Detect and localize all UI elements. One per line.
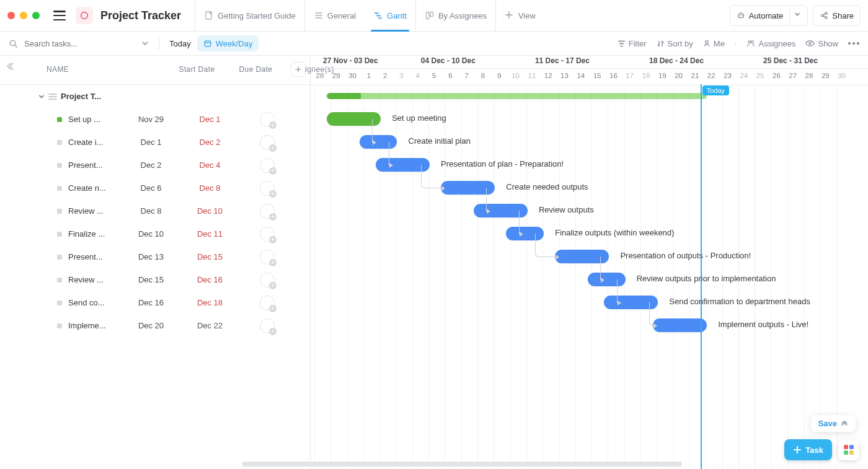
plus-icon [793, 445, 802, 454]
status-icon[interactable] [57, 232, 62, 237]
show-button[interactable]: Show [805, 39, 838, 48]
show-label: Show [818, 39, 838, 48]
assignees-filter[interactable]: Assignees [746, 39, 795, 48]
maximize-window-icon[interactable] [32, 12, 40, 19]
task-row[interactable]: Present...Dec 13Dec 15 [0, 245, 310, 268]
search-input[interactable] [23, 38, 112, 49]
add-assignee-icon[interactable] [260, 112, 275, 127]
start-date: Dec 15 [122, 275, 180, 284]
search-box[interactable] [9, 38, 133, 49]
gantt-bar[interactable] [588, 273, 626, 286]
robot-icon [737, 11, 745, 20]
gantt-bar[interactable] [555, 250, 609, 263]
status-icon[interactable] [57, 278, 62, 283]
tab-general[interactable]: General [304, 0, 365, 31]
filter-button[interactable]: Filter [618, 39, 647, 48]
col-start-date[interactable]: Start Date [167, 65, 226, 74]
task-row[interactable]: Finalize ...Dec 10Dec 11 [0, 222, 310, 245]
save-button[interactable]: Save [811, 415, 856, 432]
zoom-selector[interactable]: Week/Day [197, 35, 259, 51]
group-row[interactable]: Project T... [0, 85, 310, 108]
task-row[interactable]: Present...Dec 2Dec 4 [0, 154, 310, 177]
status-icon[interactable] [57, 163, 62, 168]
me-filter[interactable]: Me [703, 39, 725, 48]
gantt-bar-label: Presentation of plan - Preparation! [441, 159, 564, 169]
more-button[interactable] [848, 42, 859, 45]
chevron-down-icon[interactable] [38, 94, 45, 100]
assignee-cell[interactable] [239, 112, 295, 127]
assignee-cell[interactable] [239, 204, 295, 219]
col-name[interactable]: NAME [0, 65, 167, 74]
save-label: Save [818, 419, 837, 428]
assignee-cell[interactable] [239, 318, 295, 333]
status-icon[interactable] [57, 140, 62, 145]
add-view-button[interactable]: View [495, 0, 544, 31]
svg-point-2 [210, 12, 212, 14]
project-title[interactable]: Project Tracker [100, 9, 181, 22]
task-row[interactable]: Review ...Dec 15Dec 16 [0, 268, 310, 291]
automate-button[interactable]: Automate [730, 5, 790, 26]
day-label: 10 [508, 72, 524, 79]
gantt-bar[interactable] [327, 112, 381, 126]
col-due-date[interactable]: Due Date [226, 65, 285, 74]
calendar-icon [203, 39, 212, 48]
today-button[interactable]: Today [169, 39, 191, 48]
automate-dropdown[interactable] [789, 5, 808, 26]
automate-label: Automate [749, 11, 784, 20]
add-assignee-icon[interactable] [260, 296, 275, 310]
task-row[interactable]: Create n...Dec 6Dec 8 [0, 177, 310, 199]
gantt-bar[interactable] [360, 135, 397, 149]
close-window-icon[interactable] [7, 12, 15, 19]
add-assignee-icon[interactable] [260, 250, 275, 265]
gantt-bar[interactable] [441, 181, 495, 195]
add-assignee-icon[interactable] [260, 135, 275, 150]
status-icon[interactable] [57, 117, 62, 122]
share-button[interactable]: Share [813, 5, 861, 26]
day-label: 26 [768, 72, 784, 79]
horizontal-scrollbar[interactable] [242, 462, 682, 467]
main-split: NAME Start Date Due Date Assignee(s) Pro… [0, 55, 868, 469]
task-row[interactable]: Set up ...Nov 29Dec 1 [0, 108, 310, 131]
status-icon[interactable] [57, 323, 62, 328]
status-icon[interactable] [57, 255, 62, 260]
assignee-cell[interactable] [239, 158, 295, 173]
day-label: 11 [524, 72, 540, 79]
assignee-cell[interactable] [239, 135, 295, 150]
status-icon[interactable] [57, 186, 62, 191]
svg-point-13 [825, 17, 828, 19]
tab-getting-started[interactable]: Getting Started Guide [195, 0, 304, 31]
status-icon[interactable] [57, 300, 62, 305]
task-row[interactable]: Impleme...Dec 20Dec 22 [0, 314, 310, 337]
search-dropdown[interactable] [141, 40, 149, 47]
task-row[interactable]: Review ...Dec 8Dec 10 [0, 199, 310, 222]
tab-gantt[interactable]: Gantt [365, 0, 415, 31]
gantt-bar[interactable] [653, 318, 707, 332]
svg-point-19 [809, 42, 811, 44]
minimize-window-icon[interactable] [20, 12, 27, 19]
add-assignee-icon[interactable] [260, 204, 275, 219]
task-name: Create n... [68, 183, 122, 193]
add-column-button[interactable] [291, 62, 306, 77]
assignee-cell[interactable] [239, 296, 295, 310]
day-label: 27 [785, 72, 801, 79]
filter-icon [618, 40, 626, 48]
assignee-cell[interactable] [239, 227, 295, 242]
add-assignee-icon[interactable] [260, 273, 275, 287]
assignee-cell[interactable] [239, 273, 295, 287]
add-assignee-icon[interactable] [260, 227, 275, 242]
add-assignee-icon[interactable] [260, 181, 275, 196]
task-row[interactable]: Create i...Dec 1Dec 2 [0, 131, 310, 154]
sort-button[interactable]: Sort by [657, 39, 693, 48]
add-assignee-icon[interactable] [260, 158, 275, 173]
assignee-cell[interactable] [239, 250, 295, 265]
project-summary-bar[interactable] [327, 93, 707, 99]
menu-icon[interactable] [53, 11, 66, 20]
new-task-button[interactable]: Task [784, 439, 832, 460]
status-icon[interactable] [57, 209, 62, 214]
tab-by-assignees[interactable]: By Assignees [415, 0, 495, 31]
add-assignee-icon[interactable] [260, 318, 275, 333]
task-row[interactable]: Send co...Dec 16Dec 18 [0, 291, 310, 314]
apps-button[interactable] [838, 439, 859, 460]
assignee-cell[interactable] [239, 181, 295, 196]
gantt-panel[interactable]: 27 Nov - 03 Dec04 Dec - 10 Dec11 Dec - 1… [311, 55, 868, 469]
